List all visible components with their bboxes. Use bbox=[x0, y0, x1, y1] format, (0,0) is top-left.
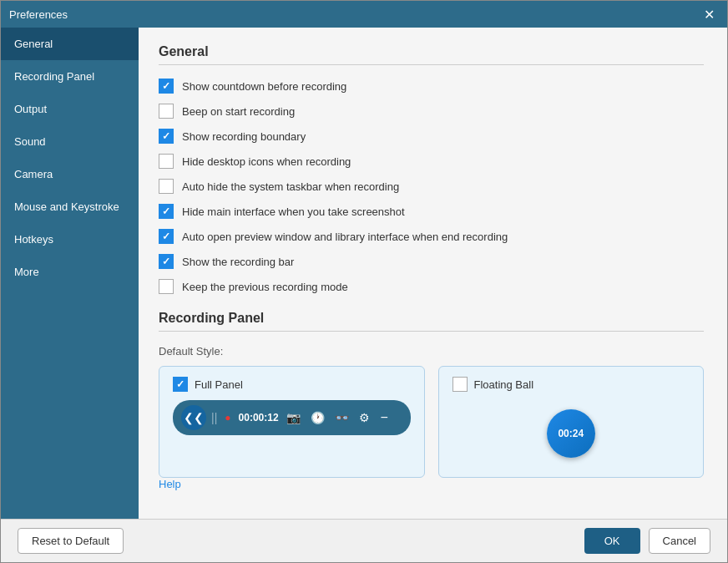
label-hide-icons: Hide desktop icons when recording bbox=[182, 155, 351, 168]
sidebar-item-hotkeys[interactable]: Hotkeys bbox=[1, 223, 139, 256]
sidebar-item-general[interactable]: General bbox=[1, 28, 139, 60]
floating-ball-display: 00:24 bbox=[452, 400, 690, 467]
checkbox-row-hide-taskbar: Auto hide the system taskbar when record… bbox=[159, 179, 704, 194]
help-link[interactable]: Help bbox=[159, 478, 181, 490]
checkbox-recording-bar[interactable] bbox=[159, 254, 174, 269]
toolbar-settings-icon[interactable]: ⚙ bbox=[356, 409, 372, 426]
sidebar-item-mouse-keystroke[interactable]: Mouse and Keystroke bbox=[1, 190, 139, 223]
content-scroll[interactable]: General Show countdown before recording … bbox=[159, 44, 707, 502]
checkbox-row-countdown: Show countdown before recording bbox=[159, 79, 704, 94]
checkbox-row-beep: Beep on start recording bbox=[159, 104, 704, 119]
panel-option-floating[interactable]: Floating Ball 00:24 bbox=[438, 366, 705, 478]
toolbar-tools-icon[interactable]: 👓 bbox=[332, 409, 351, 426]
recording-panel-title: Recording Panel bbox=[159, 311, 704, 332]
toolbar-record-icon[interactable]: ● bbox=[222, 410, 233, 425]
main-area: General Recording Panel Output Sound Cam… bbox=[1, 28, 727, 519]
sidebar-item-camera[interactable]: Camera bbox=[1, 158, 139, 190]
recording-panel-section: Recording Panel Default Style: Full Pane… bbox=[159, 311, 704, 490]
floating-ball-label: Floating Ball bbox=[474, 378, 534, 391]
floating-ball-widget[interactable]: 00:24 bbox=[547, 409, 595, 458]
label-recording-bar: Show the recording bar bbox=[182, 256, 294, 268]
footer: Reset to Default OK Cancel bbox=[1, 519, 727, 562]
footer-right: OK Cancel bbox=[584, 528, 710, 554]
sidebar-item-recording-panel[interactable]: Recording Panel bbox=[1, 60, 139, 93]
full-panel-header: Full Panel bbox=[173, 377, 411, 392]
preferences-window: Preferences ✕ General Recording Panel Ou… bbox=[0, 0, 728, 563]
sidebar-item-output[interactable]: Output bbox=[1, 93, 139, 125]
checkbox-hide-taskbar[interactable] bbox=[159, 179, 174, 194]
toolbar-minimize[interactable]: − bbox=[381, 410, 388, 425]
checkbox-full-panel[interactable] bbox=[173, 377, 188, 392]
close-button[interactable]: ✕ bbox=[699, 4, 719, 24]
default-style-label: Default Style: bbox=[159, 345, 704, 358]
checkbox-row-hide-icons: Hide desktop icons when recording bbox=[159, 154, 704, 169]
label-beep: Beep on start recording bbox=[182, 105, 295, 118]
panel-option-full[interactable]: Full Panel ❮❮ || ● 00:00:12 📷 🕐 👓 ⚙ bbox=[159, 366, 425, 478]
checkbox-keep-mode[interactable] bbox=[159, 279, 174, 294]
toolbar-separator1: || bbox=[211, 411, 217, 424]
ok-button[interactable]: OK bbox=[584, 528, 640, 554]
toolbar-camera-icon[interactable]: 📷 bbox=[284, 409, 303, 426]
checkbox-beep[interactable] bbox=[159, 104, 174, 119]
label-boundary: Show recording boundary bbox=[182, 130, 306, 143]
cancel-button[interactable]: Cancel bbox=[649, 528, 710, 554]
checkbox-floating-ball[interactable] bbox=[452, 377, 468, 392]
full-panel-toolbar: ❮❮ || ● 00:00:12 📷 🕐 👓 ⚙ − bbox=[173, 400, 411, 435]
panel-options: Full Panel ❮❮ || ● 00:00:12 📷 🕐 👓 ⚙ bbox=[159, 366, 704, 478]
toolbar-back-button[interactable]: ❮❮ bbox=[181, 405, 206, 430]
checkbox-hide-interface[interactable] bbox=[159, 204, 174, 219]
floating-panel-header: Floating Ball bbox=[452, 377, 690, 392]
checkbox-row-hide-interface: Hide main interface when you take screen… bbox=[159, 204, 704, 219]
checkbox-auto-open[interactable] bbox=[159, 229, 174, 244]
checkbox-row-auto-open: Auto open preview window and library int… bbox=[159, 229, 704, 244]
general-title: General bbox=[159, 44, 704, 65]
checkbox-hide-icons[interactable] bbox=[159, 154, 174, 169]
window-title: Preferences bbox=[9, 8, 68, 21]
reset-button[interactable]: Reset to Default bbox=[18, 528, 124, 554]
label-countdown: Show countdown before recording bbox=[182, 80, 346, 93]
checkbox-row-recording-bar: Show the recording bar bbox=[159, 254, 704, 269]
label-keep-mode: Keep the previous recording mode bbox=[182, 281, 348, 293]
label-hide-taskbar: Auto hide the system taskbar when record… bbox=[182, 180, 399, 193]
titlebar: Preferences ✕ bbox=[1, 1, 727, 28]
sidebar-item-sound[interactable]: Sound bbox=[1, 125, 139, 158]
checkbox-countdown[interactable] bbox=[159, 79, 174, 94]
checkbox-row-keep-mode: Keep the previous recording mode bbox=[159, 279, 704, 294]
checkbox-row-boundary: Show recording boundary bbox=[159, 129, 704, 144]
content-area: General Show countdown before recording … bbox=[139, 28, 727, 519]
label-hide-interface: Hide main interface when you take screen… bbox=[182, 205, 405, 218]
full-panel-label: Full Panel bbox=[195, 378, 243, 391]
toolbar-clock-icon[interactable]: 🕐 bbox=[308, 409, 327, 426]
sidebar: General Recording Panel Output Sound Cam… bbox=[1, 28, 139, 519]
toolbar-time: 00:00:12 bbox=[239, 412, 279, 424]
sidebar-item-more[interactable]: More bbox=[1, 256, 139, 288]
checkbox-boundary[interactable] bbox=[159, 129, 174, 144]
label-auto-open: Auto open preview window and library int… bbox=[182, 231, 508, 243]
